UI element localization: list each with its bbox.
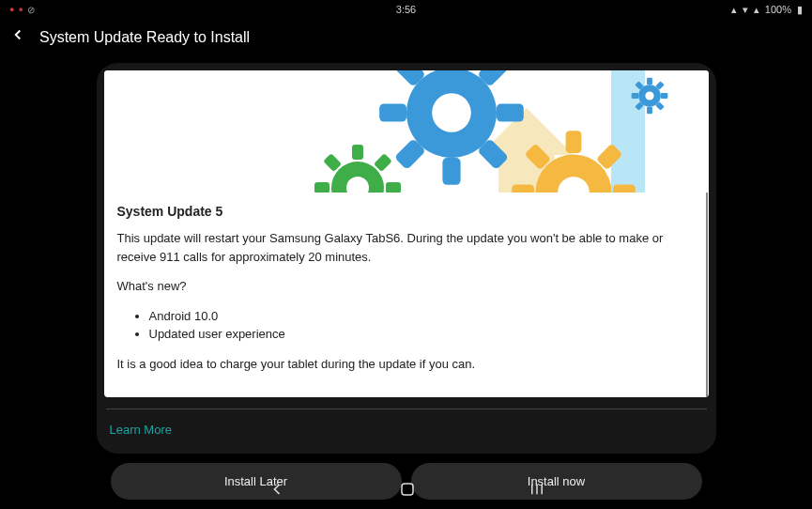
svg-rect-5 xyxy=(379,103,406,121)
app-header: System Update Ready to Install xyxy=(0,19,812,55)
svg-point-11 xyxy=(432,93,471,132)
svg-rect-15 xyxy=(314,182,329,193)
svg-rect-26 xyxy=(613,185,636,193)
update-description: This update will restart your Samsung Ga… xyxy=(117,229,696,266)
DND-icon: ⊘ xyxy=(27,5,35,15)
battery-text: 100% xyxy=(765,4,791,15)
page-title: System Update Ready to Install xyxy=(39,29,250,46)
svg-rect-36 xyxy=(660,93,667,99)
svg-rect-19 xyxy=(323,153,342,172)
notification-icon: ● xyxy=(9,5,14,14)
update-card: System Update 5 This update will restart… xyxy=(97,63,716,454)
navigation-bar xyxy=(0,470,812,509)
notification-icon-2: ● xyxy=(18,5,23,14)
svg-rect-35 xyxy=(631,93,638,99)
battery-icon: ▮ xyxy=(797,4,803,16)
hero-image xyxy=(104,70,709,193)
svg-rect-23 xyxy=(565,131,581,153)
svg-rect-25 xyxy=(512,185,534,193)
gear-icon xyxy=(508,127,639,193)
svg-rect-17 xyxy=(373,153,391,172)
signal-icon: ▴ xyxy=(731,4,737,16)
status-left-icons: ● ● ⊘ xyxy=(9,5,35,15)
update-panel: System Update 5 This update will restart… xyxy=(104,70,709,397)
svg-rect-42 xyxy=(402,484,413,495)
svg-rect-6 xyxy=(497,103,524,121)
wifi-icon: ▾ xyxy=(743,4,748,16)
update-content[interactable]: System Update 5 This update will restart… xyxy=(104,193,709,397)
signal-icon-2: ▴ xyxy=(754,4,759,16)
whats-new-label: What's new? xyxy=(117,277,696,296)
svg-point-41 xyxy=(645,91,653,100)
status-time: 3:56 xyxy=(396,4,416,15)
scrollbar[interactable] xyxy=(706,193,708,397)
nav-back-icon[interactable] xyxy=(268,480,286,499)
status-bar: ● ● ⊘ 3:56 ▴ ▾ ▴ 100% ▮ xyxy=(0,0,812,19)
status-right-icons: ▴ ▾ ▴ 100% ▮ xyxy=(731,4,803,16)
svg-rect-16 xyxy=(386,182,401,193)
learn-more-link[interactable]: Learn More xyxy=(97,409,716,454)
svg-rect-4 xyxy=(442,158,460,185)
update-title: System Update 5 xyxy=(117,202,696,222)
gear-icon xyxy=(311,141,405,193)
svg-rect-34 xyxy=(647,107,652,115)
whats-new-list: Android 10.0 Updated user experience xyxy=(149,307,696,344)
list-item: Android 10.0 xyxy=(149,307,696,326)
list-item: Updated user experience xyxy=(149,325,696,344)
svg-rect-33 xyxy=(647,78,652,85)
nav-recents-icon[interactable] xyxy=(529,481,545,498)
svg-rect-13 xyxy=(352,145,363,160)
gear-icon xyxy=(630,76,669,116)
charge-note: It is a good idea to charge your tablet … xyxy=(117,355,696,374)
nav-home-icon[interactable] xyxy=(399,481,416,498)
back-icon[interactable] xyxy=(9,26,26,48)
